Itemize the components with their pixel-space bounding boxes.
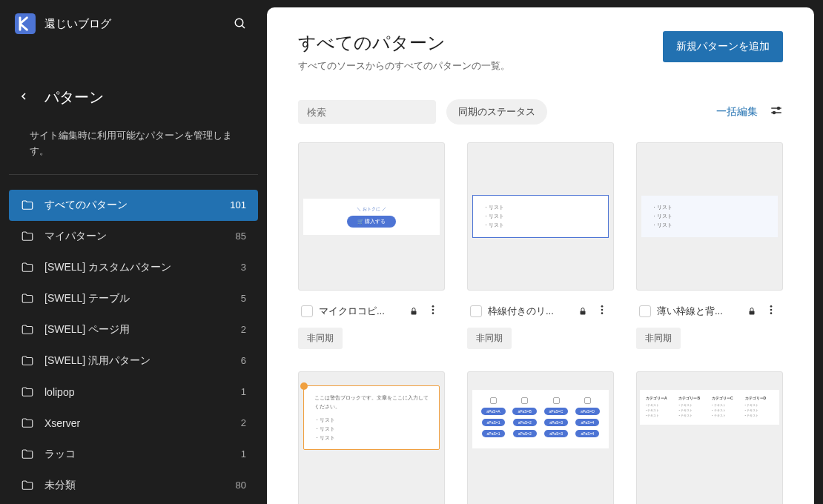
pattern-preview[interactable]: ・リスト ・リスト ・リスト <box>467 142 614 291</box>
nav-label: すべてのパターン <box>44 199 128 212</box>
folder-icon <box>21 354 34 368</box>
nav-count: 80 <box>236 480 246 491</box>
main-content: すべてのパターン すべてのソースからのすべてのパターンの一覧。 新規パターンを追… <box>267 7 814 504</box>
nav-count: 2 <box>241 417 246 428</box>
svg-point-19 <box>770 309 773 311</box>
nav-label: [SWELL] カスタムパターン <box>44 261 171 274</box>
nav-count: 85 <box>236 231 246 242</box>
nav-label: [SWELL] ページ用 <box>44 323 130 336</box>
folder-icon <box>21 261 34 274</box>
svg-rect-17 <box>750 311 755 315</box>
folder-icon <box>21 479 34 492</box>
nav-count: 1 <box>241 448 246 460</box>
pattern-preview[interactable]: ＼ おトクに ／ 🛒 購入する <box>298 142 445 291</box>
sidebar-item-0[interactable]: すべてのパターン101 <box>9 190 258 221</box>
sidebar-page-title: パターン <box>44 87 104 107</box>
pattern-title: マイクロコピ... <box>319 305 403 318</box>
more-options-button[interactable] <box>424 301 442 322</box>
folder-icon <box>21 448 34 461</box>
nav-label: 未分類 <box>44 479 76 492</box>
pattern-card: カテゴリーA• テキスト• テキスト• テキスト カテゴリーB• テキスト• テ… <box>636 371 783 504</box>
sync-tag: 非同期 <box>636 328 681 349</box>
nav-count: 1 <box>241 386 246 397</box>
back-button[interactable] <box>18 90 30 105</box>
svg-rect-0 <box>15 13 36 34</box>
search-input[interactable] <box>307 107 432 118</box>
more-options-button[interactable] <box>593 301 611 322</box>
toolbar: 同期のステータス 一括編集 <box>298 99 783 125</box>
more-options-button[interactable] <box>762 301 780 322</box>
sidebar-item-6[interactable]: lolipop1 <box>9 377 258 408</box>
nav-label: ラッコ <box>44 448 76 461</box>
sync-tag: 非同期 <box>298 328 343 349</box>
nav-list: すべてのパターン101マイパターン85[SWELL] カスタムパターン3[SWE… <box>0 190 267 501</box>
pattern-card: ここは警告ブロックです。文章をここに入力してください。 ・リスト ・リスト ・リ… <box>298 371 445 504</box>
sync-status-filter[interactable]: 同期のステータス <box>446 99 547 125</box>
pattern-preview[interactable]: ここは警告ブロックです。文章をここに入力してください。 ・リスト ・リスト ・リ… <box>298 371 445 504</box>
pattern-card: ・リスト ・リスト ・リスト 薄い枠線と背... 非同期 <box>636 142 783 349</box>
svg-point-18 <box>770 305 773 308</box>
nav-label: lolipop <box>44 386 74 398</box>
sidebar-item-2[interactable]: [SWELL] カスタムパターン3 <box>9 252 258 283</box>
svg-point-11 <box>432 309 434 311</box>
sidebar-header: 還じいブログ <box>0 0 267 47</box>
pattern-card: ・リスト ・リスト ・リスト 枠線付きのリ... 非同期 <box>467 142 614 349</box>
pattern-grid: ＼ おトクに ／ 🛒 購入する マイクロコピ... 非同期 ・リスト ・リスト <box>298 142 783 504</box>
sliders-icon <box>770 104 783 117</box>
sidebar-description: サイト編集時に利用可能なパターンを管理します。 <box>9 118 258 175</box>
nav-label: [SWELL] テーブル <box>44 292 130 305</box>
header-search-button[interactable] <box>228 12 252 36</box>
folder-icon <box>21 230 34 243</box>
nav-count: 6 <box>241 355 246 366</box>
select-checkbox[interactable] <box>470 305 482 317</box>
dots-vertical-icon <box>765 304 777 316</box>
nav-label: マイパターン <box>44 230 107 243</box>
lock-icon <box>747 307 756 316</box>
add-pattern-button[interactable]: 新規パターンを追加 <box>663 31 783 62</box>
nav-label: Xserver <box>44 417 80 429</box>
svg-point-1 <box>235 19 243 27</box>
chevron-left-icon <box>18 90 30 102</box>
sidebar: 還じいブログ パターン サイト編集時に利用可能なパターンを管理します。 すべての… <box>0 0 267 504</box>
svg-point-8 <box>773 112 776 114</box>
main-title: すべてのパターン <box>298 31 510 55</box>
folder-icon <box>21 323 34 336</box>
sidebar-item-1[interactable]: マイパターン85 <box>9 221 258 252</box>
folder-icon <box>21 417 34 430</box>
sidebar-item-9[interactable]: 未分類80 <box>9 470 258 501</box>
svg-rect-9 <box>412 311 417 315</box>
nav-count: 2 <box>241 324 246 335</box>
view-options-button[interactable] <box>770 104 783 120</box>
pattern-preview[interactable]: aPaS=AaPaS=BaPaS=CaPaS=D aPaS=1aPaS=2aPa… <box>467 371 614 504</box>
nav-count: 3 <box>241 262 246 273</box>
pattern-card: aPaS=AaPaS=BaPaS=CaPaS=D aPaS=1aPaS=2aPa… <box>467 371 614 504</box>
pattern-title: 枠線付きのリ... <box>488 305 572 318</box>
search-box[interactable] <box>298 100 436 124</box>
sidebar-item-7[interactable]: Xserver2 <box>9 408 258 439</box>
svg-point-20 <box>770 312 773 314</box>
back-row: パターン <box>0 77 267 118</box>
sidebar-item-5[interactable]: [SWELL] 汎用パターン6 <box>9 345 258 377</box>
pattern-preview[interactable]: ・リスト ・リスト ・リスト <box>636 142 783 291</box>
select-checkbox[interactable] <box>639 305 651 317</box>
site-title: 還じいブログ <box>44 17 111 31</box>
lock-icon <box>409 307 418 316</box>
sync-tag: 非同期 <box>467 328 512 349</box>
nav-label: [SWELL] 汎用パターン <box>44 354 151 368</box>
pattern-preview[interactable]: カテゴリーA• テキスト• テキスト• テキスト カテゴリーB• テキスト• テ… <box>636 371 783 504</box>
logo-area[interactable]: 還じいブログ <box>15 13 111 34</box>
folder-icon <box>21 199 34 212</box>
site-logo-icon <box>15 13 36 34</box>
svg-point-10 <box>432 305 434 308</box>
nav-count: 101 <box>230 199 246 210</box>
svg-point-14 <box>601 305 604 308</box>
svg-point-15 <box>601 309 604 311</box>
select-checkbox[interactable] <box>301 305 313 317</box>
main-subtitle: すべてのソースからのすべてのパターンの一覧。 <box>298 59 510 73</box>
pattern-card: ＼ おトクに ／ 🛒 購入する マイクロコピ... 非同期 <box>298 142 445 349</box>
bulk-edit-link[interactable]: 一括編集 <box>716 105 758 119</box>
sidebar-item-4[interactable]: [SWELL] ページ用2 <box>9 314 258 345</box>
sidebar-item-3[interactable]: [SWELL] テーブル5 <box>9 283 258 314</box>
sidebar-item-8[interactable]: ラッコ1 <box>9 439 258 470</box>
folder-icon <box>21 385 34 399</box>
